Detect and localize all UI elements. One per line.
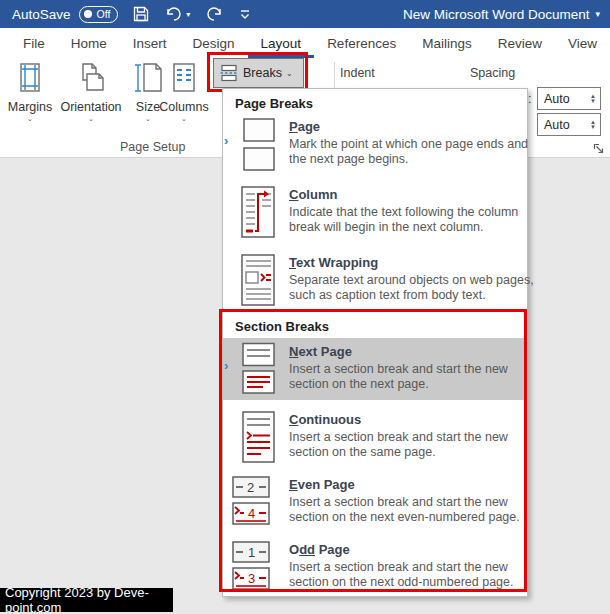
- step-down-icon[interactable]: ▼: [590, 125, 596, 130]
- spacing-group-label: Spacing: [470, 66, 515, 80]
- title-dropdown-caret-icon[interactable]: ▾: [595, 9, 600, 19]
- tab-home[interactable]: Home: [58, 28, 120, 58]
- margins-icon: [14, 62, 46, 94]
- menu-item-text-wrapping[interactable]: Text Wrapping Separate text around objec…: [223, 249, 527, 313]
- menu-item-description: Indicate that the text following the col…: [289, 205, 535, 235]
- menu-item-description: Insert a section break and start the new…: [289, 560, 535, 590]
- title-bar: AutoSave Off ▾ New Microsoft Word Docume…: [0, 0, 610, 28]
- breaks-dropdown-menu: Page Breaks › Page Mark the point at whi…: [222, 88, 528, 597]
- autosave-state: Off: [97, 8, 111, 20]
- menu-item-continuous[interactable]: Continuous Insert a section break and st…: [223, 406, 527, 470]
- menu-item-title: Column: [289, 187, 337, 202]
- spacing-after-value: Auto: [538, 118, 590, 132]
- column-break-icon: [235, 185, 277, 241]
- spacing-field-colon: :: [528, 92, 531, 106]
- margins-button[interactable]: Margins ⌄: [2, 62, 58, 123]
- menu-item-title: Next Page: [289, 344, 352, 359]
- orientation-label: Orientation: [58, 100, 124, 114]
- margins-label: Margins: [2, 100, 58, 114]
- tab-review[interactable]: Review: [485, 28, 555, 58]
- menu-item-description: Insert a section break and start the new…: [289, 362, 535, 392]
- spacing-before-input[interactable]: Auto ▲▼: [537, 87, 601, 110]
- break-marker-icon: ›: [224, 358, 228, 373]
- menu-item-title: Continuous: [289, 412, 361, 427]
- tab-insert[interactable]: Insert: [120, 28, 180, 58]
- page-breaks-header: Page Breaks: [235, 96, 313, 111]
- paragraph-dialog-launcher-icon[interactable]: [592, 142, 605, 155]
- menu-item-description: Separate text around objects on web page…: [289, 273, 535, 303]
- spacing-before-value: Auto: [538, 92, 590, 106]
- menu-item-title: Page: [289, 119, 320, 134]
- undo-caret-icon[interactable]: ▾: [186, 10, 190, 19]
- copyright-text: Copyright 2023 by Deve-point.com: [0, 585, 173, 614]
- menu-item-page[interactable]: › Page Mark the point at which one page …: [223, 113, 527, 179]
- menu-item-description: Insert a section break and start the new…: [289, 495, 535, 525]
- menu-item-title: Even Page: [289, 477, 355, 492]
- menu-item-even-page[interactable]: 2 4 Even Page Insert a section break and…: [223, 471, 527, 535]
- svg-text:4: 4: [248, 506, 255, 521]
- columns-caret-icon: ⌄: [156, 115, 212, 123]
- menu-item-title: Odd Page: [289, 542, 350, 557]
- spacing-before-stepper[interactable]: ▲▼: [590, 94, 600, 104]
- svg-text:3: 3: [248, 571, 255, 586]
- annotation-box-breaks: [207, 52, 308, 92]
- break-marker-icon: ›: [224, 133, 228, 148]
- section-breaks-header: Section Breaks: [235, 319, 329, 334]
- document-title[interactable]: New Microsoft Word Document ▾: [403, 0, 600, 28]
- toggle-dot-icon: [84, 10, 92, 18]
- menu-item-title: Text Wrapping: [289, 255, 378, 270]
- undo-icon[interactable]: ▾: [164, 5, 190, 23]
- spacing-after-input[interactable]: Auto ▲▼: [537, 113, 601, 136]
- columns-icon: [168, 62, 200, 94]
- svg-text:1: 1: [248, 545, 255, 560]
- menu-item-description: Mark the point at which one page ends an…: [289, 137, 535, 167]
- tab-references[interactable]: References: [314, 28, 409, 58]
- columns-label: Columns: [156, 100, 212, 114]
- odd-page-break-icon: 1 3: [229, 540, 277, 596]
- document-title-text: New Microsoft Word Document: [403, 7, 590, 22]
- copyright-bar: Copyright 2023 by Deve-point.com: [0, 588, 173, 612]
- page-setup-group-label: Page Setup: [120, 140, 185, 154]
- step-down-icon[interactable]: ▼: [590, 99, 596, 104]
- tab-mailings[interactable]: Mailings: [409, 28, 485, 58]
- continuous-break-icon: [235, 410, 277, 466]
- save-icon[interactable]: [132, 5, 150, 23]
- spacing-after-stepper[interactable]: ▲▼: [590, 120, 600, 130]
- columns-button[interactable]: Columns ⌄: [156, 62, 212, 123]
- autosave-label: AutoSave: [12, 7, 71, 22]
- svg-text:2: 2: [247, 480, 254, 495]
- tab-view[interactable]: View: [555, 28, 610, 58]
- orientation-button[interactable]: Orientation ⌄: [58, 62, 124, 123]
- even-page-break-icon: 2 4: [229, 475, 277, 531]
- orientation-icon: [74, 62, 108, 94]
- menu-item-column[interactable]: Column Indicate that the text following …: [223, 181, 527, 247]
- next-page-break-icon: [235, 342, 277, 396]
- tab-file[interactable]: File: [10, 28, 58, 58]
- text-wrapping-break-icon: [235, 253, 277, 309]
- menu-item-next-page[interactable]: › Next Page Insert a section break and s…: [223, 338, 527, 400]
- indent-group-label: Indent: [340, 66, 375, 80]
- menu-item-odd-page[interactable]: 1 3 Odd Page Insert a section break and …: [223, 536, 527, 598]
- orientation-caret-icon: ⌄: [58, 115, 124, 123]
- redo-icon[interactable]: [204, 5, 224, 23]
- page-break-icon: [235, 117, 277, 173]
- margins-caret-icon: ⌄: [2, 115, 58, 123]
- menu-item-description: Insert a section break and start the new…: [289, 430, 535, 460]
- customize-quick-access-toolbar-icon[interactable]: [238, 7, 252, 21]
- autosave-toggle[interactable]: Off: [79, 6, 119, 23]
